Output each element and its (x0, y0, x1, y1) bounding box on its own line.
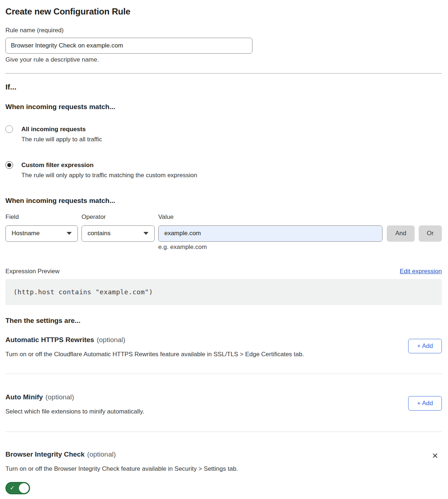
then-settings-heading: Then the settings are... (5, 316, 442, 325)
setting-title: Automatic HTTPS Rewrites (5, 336, 94, 344)
operator-select[interactable]: contains (81, 225, 155, 242)
value-input[interactable] (158, 225, 382, 242)
field-label: Field (5, 213, 81, 221)
expression-preview-code: (http.host contains "example.com") (5, 279, 442, 305)
page-title: Create new Configuration Rule (5, 7, 442, 17)
expression-preview-label: Expression Preview (5, 267, 59, 275)
field-selected-value: Hostname (12, 230, 39, 237)
match-heading: When incoming requests match... (5, 103, 442, 111)
expression-builder-labels: Field Operator Value (5, 213, 442, 221)
expression-builder-heading: When incoming requests match... (5, 196, 442, 205)
radio-label: Custom filter expression (21, 161, 197, 169)
section-divider (5, 374, 442, 374)
close-icon[interactable]: ✕ (431, 452, 439, 461)
setting-optional-tag: (optional) (45, 393, 74, 401)
setting-browser-integrity-check: Browser Integrity Check (optional) Turn … (5, 450, 442, 494)
section-divider (5, 73, 442, 74)
or-button[interactable]: Or (419, 225, 442, 242)
and-button[interactable]: And (387, 225, 415, 242)
value-label: Value (158, 213, 173, 221)
create-configuration-rule-form: Create new Configuration Rule Rule name … (0, 0, 448, 499)
section-divider (5, 432, 442, 432)
expression-preview-header: Expression Preview Edit expression (5, 267, 442, 275)
setting-description: Select which file extensions to minify a… (5, 408, 386, 415)
add-automatic-https-rewrites-button[interactable]: + Add (408, 339, 442, 353)
chevron-down-icon (67, 232, 72, 235)
radio-option-custom-filter-expression[interactable]: Custom filter expression The rule will o… (5, 161, 442, 179)
radio-button-selected[interactable] (5, 161, 13, 169)
if-heading: If... (5, 82, 442, 92)
operator-label: Operator (81, 213, 158, 221)
value-helper-text: e.g. example.com (158, 244, 442, 251)
setting-auto-minify: Auto Minify (optional) Select which file… (5, 393, 442, 415)
expression-builder-row: Hostname contains And Or (5, 225, 442, 242)
setting-optional-tag: (optional) (87, 450, 116, 458)
radio-button-unselected[interactable] (5, 125, 13, 133)
edit-expression-link[interactable]: Edit expression (400, 267, 442, 275)
field-select[interactable]: Hostname (5, 225, 78, 242)
browser-integrity-check-toggle[interactable]: ✓ (5, 482, 30, 494)
toggle-knob (19, 483, 29, 493)
radio-description: The rule will apply to all traffic (21, 136, 102, 143)
setting-optional-tag: (optional) (97, 336, 125, 344)
setting-title: Auto Minify (5, 393, 43, 401)
radio-option-all-incoming-requests[interactable]: All incoming requests The rule will appl… (5, 125, 442, 143)
setting-title: Browser Integrity Check (5, 450, 85, 458)
chevron-down-icon (143, 232, 148, 235)
rule-name-input[interactable] (5, 38, 252, 54)
rule-name-helper: Give your rule a descriptive name. (5, 56, 442, 63)
add-auto-minify-button[interactable]: + Add (408, 396, 442, 411)
radio-label: All incoming requests (21, 125, 102, 133)
operator-selected-value: contains (88, 230, 110, 237)
radio-description: The rule will only apply to traffic matc… (21, 171, 197, 179)
setting-description: Turn on or off the Cloudflare Automatic … (5, 350, 386, 358)
setting-automatic-https-rewrites: Automatic HTTPS Rewrites (optional) Turn… (5, 336, 442, 358)
rule-name-label: Rule name (required) (5, 27, 442, 34)
setting-description: Turn on or off the Browser Integrity Che… (5, 465, 386, 473)
check-icon: ✓ (10, 485, 14, 491)
